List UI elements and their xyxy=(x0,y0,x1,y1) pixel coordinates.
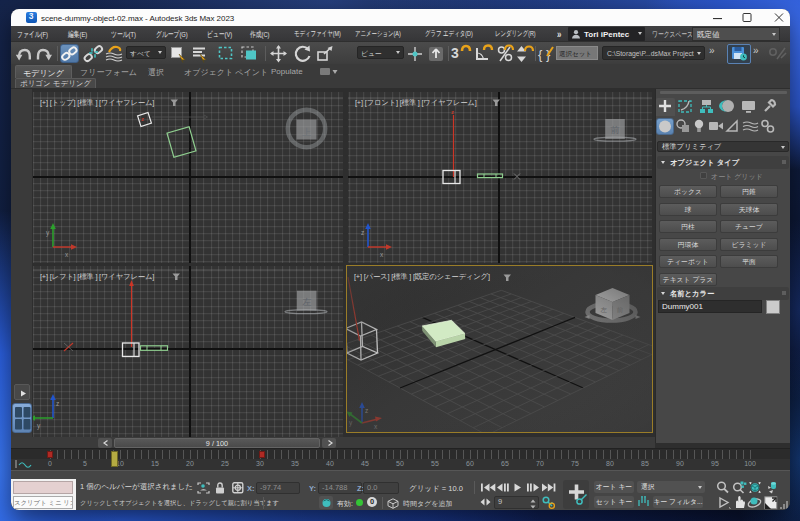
svg-text:前: 前 xyxy=(611,125,620,135)
svg-text:y: y xyxy=(46,229,50,237)
svg-text:左: 左 xyxy=(302,297,311,307)
svg-text:x: x xyxy=(65,251,69,258)
svg-text:z: z xyxy=(361,229,364,236)
svg-text:3: 3 xyxy=(451,45,459,61)
svg-text:上: 上 xyxy=(302,127,311,137)
svg-text:z: z xyxy=(451,109,454,115)
svg-text:z: z xyxy=(141,116,144,122)
svg-text:x: x xyxy=(380,251,384,258)
svg-text:z: z xyxy=(56,400,59,407)
svg-text:y: y xyxy=(37,422,41,430)
